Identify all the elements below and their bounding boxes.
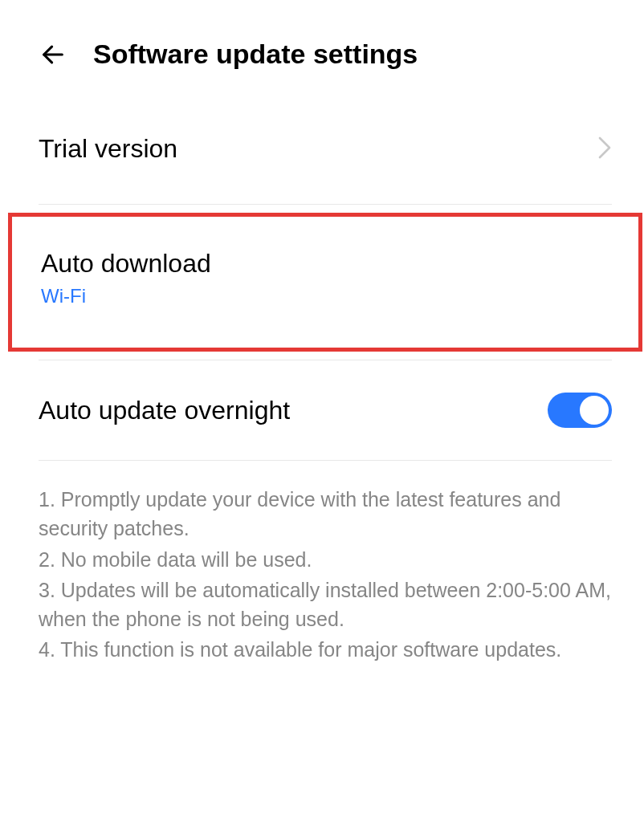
chevron-right-icon [597, 136, 612, 163]
footer-notes: 1. Promptly update your device with the … [0, 461, 644, 690]
trial-version-label: Trial version [39, 134, 177, 164]
note-line-4: 4. This function is not available for ma… [39, 635, 612, 664]
auto-download-value: Wi-Fi [41, 285, 606, 307]
auto-download-content: Auto download Wi-Fi [41, 249, 606, 307]
setting-auto-update-overnight[interactable]: Auto update overnight [0, 360, 644, 460]
divider [39, 204, 612, 205]
note-line-3: 3. Updates will be automatically install… [39, 576, 612, 634]
page-title: Software update settings [93, 39, 418, 70]
toggle-knob [580, 396, 609, 425]
header: Software update settings [0, 0, 644, 94]
toggle-wrap [548, 393, 612, 428]
setting-auto-download[interactable]: Auto download Wi-Fi [8, 213, 642, 352]
note-line-2: 2. No mobile data will be used. [39, 545, 612, 574]
auto-download-label: Auto download [41, 249, 606, 279]
note-line-1: 1. Promptly update your device with the … [39, 485, 612, 543]
setting-trial-version[interactable]: Trial version [0, 94, 644, 204]
settings-list: Trial version Auto download Wi-Fi Auto u… [0, 94, 644, 690]
auto-update-toggle[interactable] [548, 393, 612, 428]
auto-update-label: Auto update overnight [39, 396, 290, 425]
back-icon[interactable] [39, 40, 67, 69]
